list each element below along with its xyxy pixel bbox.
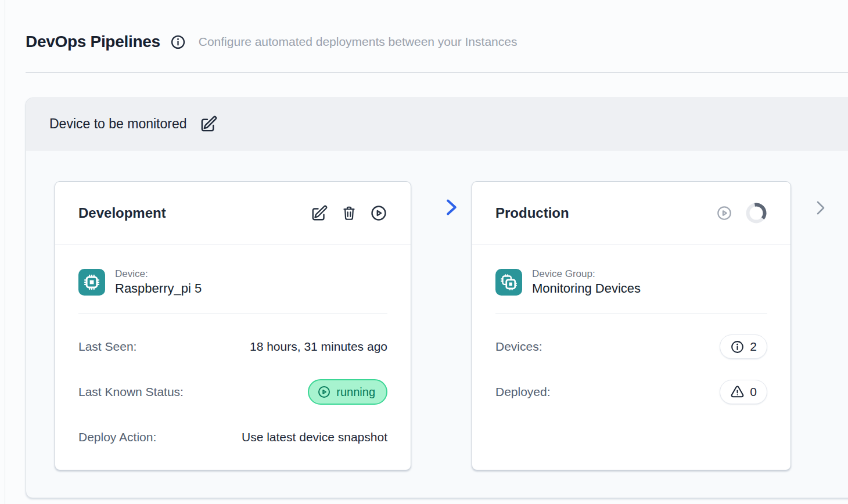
- page-header: DevOps Pipelines Configure automated dep…: [26, 33, 517, 51]
- production-title: Production: [495, 205, 569, 221]
- last-known-status-label: Last Known Status:: [78, 385, 184, 399]
- development-card: Development: [55, 181, 411, 470]
- deployed-count-pill[interactable]: 0: [720, 380, 767, 404]
- deploy-action-label: Deploy Action:: [78, 430, 156, 444]
- chip-icon: [78, 269, 105, 296]
- device-text: Device: Raspberry_pi 5: [115, 268, 202, 296]
- last-seen-label: Last Seen:: [78, 340, 136, 354]
- last-seen-value: 18 hours, 31 minutes ago: [250, 340, 387, 354]
- production-card-body: Device Group: Monitoring Devices Devices…: [472, 268, 790, 405]
- deployed-count: 0: [750, 385, 757, 399]
- card-divider: [78, 314, 387, 314]
- device-group-name: Monitoring Devices: [532, 280, 641, 296]
- device-name: Raspberry_pi 5: [115, 280, 202, 296]
- panel-title: Device to be monitored: [49, 116, 187, 132]
- devices-row: Devices: 2: [495, 334, 767, 359]
- development-card-body: Device: Raspberry_pi 5 Last Seen: 18 hou…: [55, 268, 411, 450]
- deploy-action-row: Deploy Action: Use latest device snapsho…: [78, 424, 387, 450]
- device-group-row: Device Group: Monitoring Devices: [495, 268, 767, 296]
- delete-stage-icon[interactable]: [341, 205, 357, 221]
- pipeline-flow-chevron-icon: [443, 198, 461, 217]
- development-actions: [311, 204, 387, 222]
- info-icon[interactable]: [170, 34, 186, 50]
- loading-spinner-icon: [745, 202, 767, 224]
- deployed-row: Deployed: 0: [495, 379, 767, 405]
- devices-count: 2: [750, 340, 757, 354]
- page-left-border: [5, 0, 5, 504]
- status-badge-label: running: [336, 386, 375, 399]
- header-divider: [26, 72, 848, 73]
- production-card-header: Production: [472, 182, 790, 244]
- last-known-status-row: Last Known Status: running: [78, 379, 387, 405]
- edit-stage-icon[interactable]: [311, 204, 328, 222]
- production-card: Production: [472, 181, 791, 470]
- last-seen-row: Last Seen: 18 hours, 31 minutes ago: [78, 334, 387, 359]
- device-group-text: Device Group: Monitoring Devices: [532, 268, 641, 296]
- warning-triangle-icon: [730, 385, 745, 399]
- play-circle-icon: [317, 385, 331, 399]
- pipeline-panel-header: Device to be monitored: [26, 98, 848, 150]
- info-icon: [730, 340, 745, 354]
- run-stage-icon[interactable]: [370, 204, 387, 222]
- card-divider: [495, 314, 767, 314]
- scroll-next-chevron-icon[interactable]: [813, 200, 828, 216]
- page-subtitle: Configure automated deployments between …: [199, 35, 518, 49]
- devices-label: Devices:: [495, 340, 542, 354]
- devices-count-pill[interactable]: 2: [720, 334, 767, 359]
- deployed-label: Deployed:: [495, 385, 551, 399]
- run-stage-disabled-icon[interactable]: [716, 205, 732, 221]
- device-label: Device:: [115, 268, 202, 279]
- production-actions: [716, 202, 767, 224]
- device-row: Device: Raspberry_pi 5: [78, 268, 387, 296]
- chip-group-icon: [495, 269, 522, 296]
- development-card-header: Development: [55, 182, 411, 244]
- status-badge: running: [308, 379, 387, 405]
- development-title: Development: [78, 205, 166, 221]
- device-group-label: Device Group:: [532, 268, 641, 279]
- page-title: DevOps Pipelines: [26, 33, 160, 51]
- edit-pipeline-icon[interactable]: [200, 115, 218, 133]
- deploy-action-value: Use latest device snapshot: [242, 430, 387, 444]
